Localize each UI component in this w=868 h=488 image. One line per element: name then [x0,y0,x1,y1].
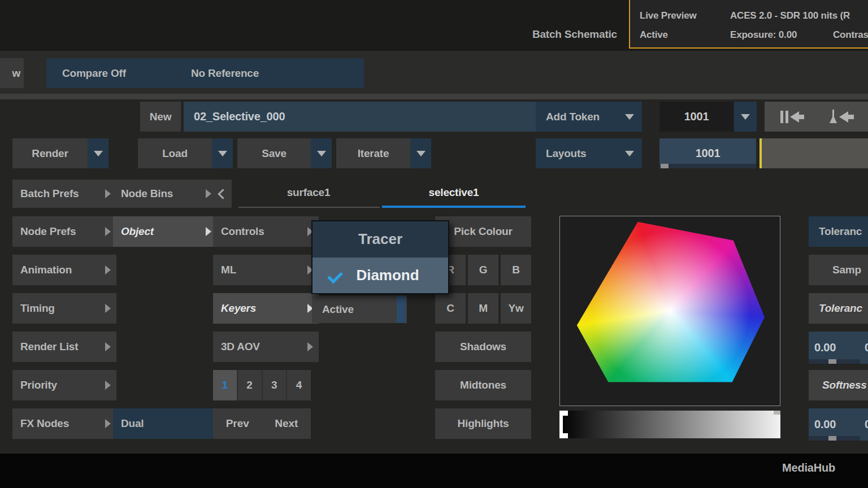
add-token-dropdown[interactable]: Add Token [536,102,642,132]
softness-value-field-2-partial[interactable]: 0 [860,408,868,441]
keyer-active-dropdown-strip[interactable] [397,295,406,323]
chevron-right-icon [105,189,111,198]
page-4-button[interactable]: 4 [286,370,311,400]
setup-name-field[interactable]: 02_Selective_000 [184,102,541,132]
shadows-button[interactable]: Shadows [435,332,531,362]
node-prefs-button[interactable]: Node Prefs [12,216,116,247]
save-button[interactable]: Save [237,138,311,168]
pause-to-start-icon[interactable] [780,110,804,124]
node-bins-button[interactable]: Node Bins [113,180,217,208]
chevron-down-icon [741,114,750,120]
save-dropdown-button[interactable] [311,138,332,168]
menu-item-tracer[interactable]: Tracer [313,221,448,258]
live-preview-title: Live Preview [640,10,697,21]
next-button[interactable]: Next [262,408,311,439]
chevron-down-icon [94,151,103,156]
tolerance-slider-track[interactable] [809,359,861,364]
live-preview-status[interactable]: Active [640,29,668,41]
priority-button[interactable]: Priority [12,370,116,400]
aov-button[interactable]: 3D AOV [213,332,319,362]
render-dropdown-button[interactable] [88,138,108,168]
pick-colour-button[interactable]: Pick Colour [435,216,531,247]
gradient-handle-notch-top [563,411,568,416]
load-dropdown-button[interactable] [212,138,233,168]
midtones-button[interactable]: Midtones [435,370,531,400]
contrast-label[interactable]: Contras [833,29,868,41]
tab-surface1[interactable]: surface1 [237,186,380,199]
channel-g-button[interactable]: G [468,255,498,285]
mediahub-label[interactable]: MediaHub [782,461,835,474]
timing-button[interactable]: Timing [12,293,116,324]
tolerance-button[interactable]: Toleranc [809,216,868,247]
render-button[interactable]: Render [12,138,88,168]
tolerance-value-field-2-partial[interactable]: 0 [860,332,868,364]
page-2-button[interactable]: 2 [237,370,262,400]
frame-slider-handle[interactable] [661,164,669,168]
luminance-gradient-bar[interactable] [559,411,780,438]
page-3-button[interactable]: 3 [262,370,287,400]
layouts-dropdown[interactable]: Layouts [536,138,642,168]
tab-selective1[interactable]: selective1 [382,186,526,199]
chevron-down-icon [416,151,426,156]
batch-prefs-button[interactable]: Batch Prefs [12,180,116,208]
dual-button[interactable]: Dual [113,408,217,439]
view-button-partial[interactable]: w [0,58,24,88]
softness-value-field[interactable]: 0.00 [809,408,861,441]
timeline-bar[interactable] [762,138,868,168]
prev-next-group: Prev Next [213,408,311,439]
collapse-tabs-button[interactable] [214,180,232,208]
channel-b-button[interactable]: B [501,255,531,285]
controls-button[interactable]: Controls [213,216,319,247]
colour-cube-white-core [570,216,771,406]
page-1-button[interactable]: 1 [213,370,237,400]
frame-dropdown-button[interactable] [734,102,757,132]
sample-button[interactable]: Samp [809,255,868,285]
keyers-button[interactable]: Keyers [213,293,319,324]
tab-selective1-underline [382,206,526,208]
no-reference-button[interactable]: No Reference [175,58,364,88]
tolerance-slider-handle[interactable] [828,359,836,364]
object-button[interactable]: Object [113,216,217,247]
chevron-down-icon [317,151,326,156]
channel-c-button[interactable]: C [435,293,466,324]
tab-surface1-underline [238,207,380,208]
batch-schematic-label[interactable]: Batch Schematic [532,28,617,41]
keyer-active-button[interactable]: Active [312,295,407,323]
chevron-right-icon [105,342,111,351]
menu-item-diamond[interactable]: Diamond [313,258,448,294]
keyer-type-menu: Tracer Diamond [311,220,449,294]
exposure-label[interactable]: Exposure: 0.00 [730,29,797,41]
softness-slider-handle[interactable] [828,436,836,441]
frame-slider-track[interactable] [659,164,756,168]
colorspace-label[interactable]: ACES 2.0 - SDR 100 nits (R [730,10,850,21]
colour-cube-panel[interactable] [559,216,780,406]
render-list-button[interactable]: Render List [12,332,116,362]
iterate-dropdown-button[interactable] [410,138,431,168]
start-frame-field[interactable]: 1001 [659,102,734,132]
fx-nodes-button[interactable]: FX Nodes [12,408,116,439]
chevron-left-icon [218,189,228,199]
channel-yw-button[interactable]: Yw [501,293,531,324]
prev-button[interactable]: Prev [213,408,262,439]
gradient-handle-notch-bottom [563,433,568,438]
compare-off-button[interactable]: Compare Off [46,58,181,88]
softness-slider-track[interactable] [809,436,861,441]
new-setup-button[interactable]: New [140,102,181,132]
animation-button[interactable]: Animation [12,255,116,285]
keyer-page-selector: 1 2 3 4 [213,370,311,400]
tolerance-field-label[interactable]: Toleranc [809,293,868,324]
gradient-range-handle-right[interactable] [774,411,780,415]
softness-field-label[interactable]: Softness [809,370,868,400]
chevron-down-icon [218,151,227,156]
iterate-button[interactable]: Iterate [336,138,410,168]
channel-m-button[interactable]: M [468,293,498,324]
playback-icon-panel [765,102,868,132]
tolerance-value-field[interactable]: 0.00 [809,332,861,364]
chevron-down-icon [625,114,634,120]
load-button[interactable]: Load [138,138,212,168]
highlights-button[interactable]: Highlights [435,408,531,439]
current-frame-field[interactable]: 1001 [659,138,756,168]
chevron-right-icon [105,265,111,274]
ml-button[interactable]: ML [213,255,319,285]
jump-to-marker-icon[interactable] [828,110,854,124]
